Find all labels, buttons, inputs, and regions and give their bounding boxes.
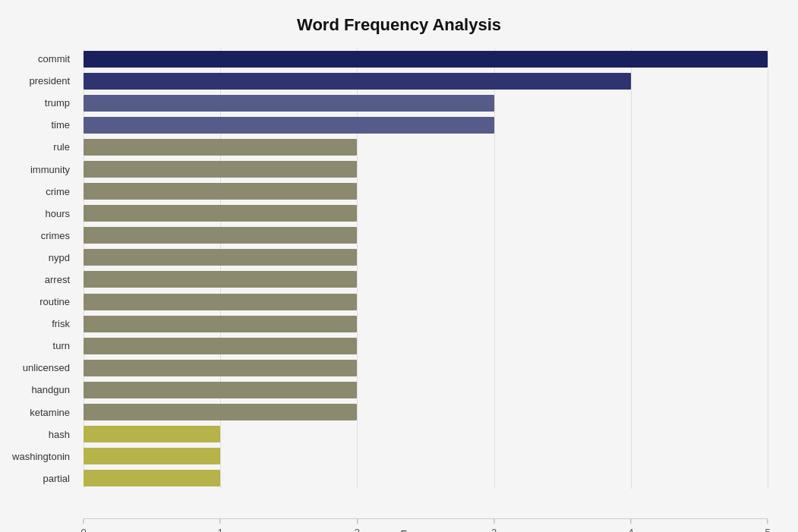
x-tick-label: 3	[491, 527, 497, 532]
grid-line	[768, 49, 768, 489]
chart-title: Word Frequency Analysis	[30, 15, 768, 35]
chart-area: commitpresidenttrumptimeruleimmunitycrim…	[84, 49, 768, 489]
bar-row: washingtonin	[84, 446, 768, 467]
bar-track	[84, 115, 768, 135]
bar-label: partial	[8, 473, 76, 484]
bar	[84, 360, 357, 376]
bar-row: partial	[84, 468, 768, 489]
bar-label: crime	[8, 186, 76, 197]
bar-track	[84, 93, 768, 113]
x-tick: 1	[218, 519, 223, 532]
bar-track	[84, 159, 768, 179]
bar-label: unlicensed	[8, 362, 76, 373]
x-tick-label: 4	[628, 527, 633, 532]
bar-track	[84, 225, 768, 246]
bar	[84, 470, 220, 486]
bar-label: trump	[8, 97, 76, 109]
x-tick-line	[767, 519, 768, 524]
bar	[84, 161, 357, 178]
bar-label: time	[8, 119, 76, 131]
bar-row: unlicensed	[84, 357, 768, 378]
x-tick-label: 1	[218, 527, 223, 532]
bar-track	[84, 181, 768, 202]
bar-label: immunity	[8, 164, 76, 175]
bar-row: routine	[84, 291, 768, 312]
bar	[84, 382, 357, 398]
bar-row: arrest	[84, 269, 768, 290]
bar-track	[84, 424, 768, 445]
bar-label: crimes	[8, 230, 76, 241]
bar-track	[84, 335, 768, 356]
x-tick-label: 2	[355, 527, 360, 532]
bar-label: hash	[8, 429, 76, 440]
x-axis-label: Frequency	[400, 528, 450, 532]
bar-row: president	[84, 71, 768, 91]
bar	[84, 271, 357, 288]
bar-row: turn	[84, 335, 768, 356]
bars-wrapper: commitpresidenttrumptimeruleimmunitycrim…	[84, 49, 768, 489]
bar-row: nypd	[84, 247, 768, 268]
chart-container: Word Frequency Analysis commitpresidentt…	[0, 0, 798, 532]
bar	[84, 51, 768, 68]
bar-label: nypd	[8, 252, 76, 263]
x-tick: 0	[80, 519, 86, 532]
bar-label: frisk	[8, 318, 76, 329]
x-tick: 4	[628, 519, 633, 532]
bar-row: commit	[84, 49, 768, 69]
bar	[84, 95, 494, 112]
bar-track	[84, 49, 768, 69]
bar	[84, 404, 357, 420]
bar-row: rule	[84, 137, 768, 157]
bar-row: trump	[84, 93, 768, 113]
bar-label: turn	[8, 340, 76, 351]
bar	[84, 73, 631, 90]
bar-label: handgun	[8, 384, 76, 395]
bar-row: handgun	[84, 379, 768, 400]
x-tick: 2	[355, 519, 360, 532]
x-tick-label: 0	[80, 527, 86, 532]
bar-label: commit	[8, 53, 76, 65]
bar-track	[84, 71, 768, 91]
bar-track	[84, 313, 768, 334]
bar-row: frisk	[84, 313, 768, 334]
x-tick-line	[220, 519, 221, 524]
bar-track	[84, 269, 768, 290]
bar	[84, 139, 357, 156]
x-tick-label: 5	[765, 527, 770, 532]
bar-track	[84, 291, 768, 312]
bar-track	[84, 137, 768, 157]
bar	[84, 316, 357, 332]
bar-track	[84, 468, 768, 489]
x-tick-line	[83, 519, 84, 524]
bar-track	[84, 379, 768, 400]
bar-track	[84, 247, 768, 268]
bar-label: president	[8, 75, 76, 87]
x-tick: 3	[491, 519, 497, 532]
bar	[84, 294, 357, 310]
bar	[84, 338, 357, 354]
bar-track	[84, 203, 768, 224]
bar-label: washingtonin	[8, 451, 76, 462]
x-tick-line	[357, 519, 358, 524]
bar-row: hash	[84, 424, 768, 445]
bar-track	[84, 446, 768, 467]
x-tick-line	[630, 519, 631, 524]
x-tick-line	[494, 519, 494, 524]
bar-label: ketamine	[8, 407, 76, 418]
bar	[84, 448, 220, 464]
bar-track	[84, 357, 768, 378]
bar	[84, 227, 357, 244]
bar	[84, 426, 220, 442]
bar-label: hours	[8, 208, 76, 219]
bar-row: crime	[84, 181, 768, 202]
x-tick: 5	[765, 519, 770, 532]
bar	[84, 249, 357, 266]
bar-label: rule	[8, 141, 76, 153]
bar-row: time	[84, 115, 768, 135]
bar	[84, 183, 357, 200]
bar-label: routine	[8, 296, 76, 307]
bar-row: immunity	[84, 159, 768, 179]
bar-label: arrest	[8, 274, 76, 285]
bar-row: crimes	[84, 225, 768, 246]
bar-track	[84, 402, 768, 423]
